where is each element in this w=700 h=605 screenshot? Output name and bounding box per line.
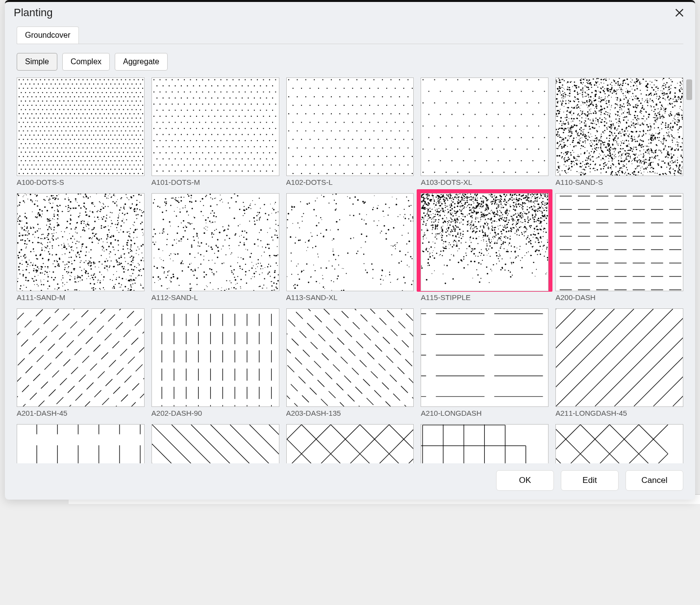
svg-point-4260	[275, 212, 276, 213]
svg-point-418	[40, 139, 41, 140]
svg-point-1185	[403, 173, 404, 174]
ok-button[interactable]: OK	[496, 470, 554, 491]
svg-point-3910	[108, 206, 109, 207]
pattern-swatch[interactable]	[555, 424, 683, 463]
pattern-swatch[interactable]	[17, 424, 145, 463]
svg-point-2488	[672, 135, 673, 137]
close-icon[interactable]	[673, 6, 686, 20]
subtab-simple[interactable]: Simple	[17, 53, 57, 71]
svg-point-3540	[33, 227, 34, 228]
pattern-cell[interactable]: A201-DASH-45	[17, 308, 145, 417]
svg-point-4394	[215, 245, 217, 246]
svg-point-1090	[360, 122, 361, 123]
svg-line-8771	[401, 386, 408, 393]
pattern-cell[interactable]: A210-LONGDASH	[421, 308, 549, 417]
svg-point-444	[25, 143, 26, 144]
scrollbar[interactable]	[686, 79, 692, 432]
pattern-cell[interactable]: A212-LONGDASH-90	[17, 424, 145, 463]
pattern-swatch[interactable]	[151, 424, 279, 463]
svg-point-1621	[579, 115, 580, 116]
svg-point-3801	[107, 234, 108, 235]
pattern-swatch[interactable]	[555, 193, 683, 292]
pattern-swatch[interactable]	[151, 77, 279, 176]
svg-point-5486	[532, 217, 534, 219]
svg-point-4379	[270, 227, 271, 228]
svg-point-3270	[24, 229, 25, 230]
pattern-cell[interactable]: A213-LONGDASH-135	[151, 424, 279, 463]
svg-line-7154	[131, 338, 138, 345]
svg-point-1694	[590, 120, 591, 121]
subtab-aggregate[interactable]: Aggregate	[115, 53, 168, 71]
pattern-cell[interactable]: A203-DASH-135	[286, 308, 414, 417]
cancel-button[interactable]: Cancel	[625, 470, 683, 491]
pattern-cell[interactable]: A113-SAND-XL	[286, 193, 414, 302]
pattern-cell[interactable]: A202-DASH-90	[151, 308, 279, 417]
svg-point-1157	[288, 164, 289, 165]
svg-point-2742	[606, 100, 607, 101]
pattern-cell[interactable]: A221-HBDASH-45	[421, 424, 549, 463]
pattern-swatch[interactable]	[151, 308, 279, 407]
pattern-swatch[interactable]	[17, 308, 145, 407]
pattern-swatch[interactable]	[555, 77, 683, 176]
pattern-cell[interactable]: A220-HBDASH	[286, 424, 414, 463]
scrollbar-thumb[interactable]	[686, 79, 692, 100]
svg-point-1658	[661, 161, 662, 162]
pattern-cell[interactable]: A101-DOTS-M	[151, 77, 279, 186]
tab-groundcover[interactable]: Groundcover	[17, 26, 79, 44]
svg-line-7126	[135, 319, 142, 326]
pattern-swatch[interactable]	[151, 193, 279, 292]
svg-point-470	[136, 143, 137, 144]
pattern-swatch[interactable]	[286, 77, 414, 176]
svg-point-4966	[449, 244, 449, 245]
pattern-swatch[interactable]	[421, 77, 549, 176]
svg-line-9745	[423, 425, 443, 435]
svg-point-4714	[460, 205, 461, 205]
svg-point-2747	[622, 172, 623, 173]
pattern-cell[interactable]: A103-DOTS-XL	[421, 77, 549, 186]
svg-point-5082	[496, 213, 497, 215]
svg-point-5494	[447, 195, 448, 196]
pattern-cell[interactable]: A111-SAND-M	[17, 193, 145, 302]
svg-point-5721	[475, 198, 476, 199]
svg-point-2601	[644, 168, 645, 170]
svg-point-5470	[465, 216, 466, 217]
pattern-cell[interactable]: A100-DOTS-S	[17, 77, 145, 186]
svg-point-5408	[435, 224, 436, 225]
pattern-swatch[interactable]	[17, 77, 145, 176]
svg-point-3195	[69, 279, 71, 280]
pattern-swatch[interactable]	[421, 424, 549, 463]
pattern-cell[interactable]: A102-DOTS-L	[286, 77, 414, 186]
pattern-cell[interactable]: A200-DASH	[555, 193, 683, 302]
pattern-cell[interactable]: A211-LONGDASH-45	[555, 308, 683, 417]
pattern-cell[interactable]: A112-SAND-L	[151, 193, 279, 302]
edit-button[interactable]: Edit	[561, 470, 619, 491]
svg-point-175	[136, 101, 137, 101]
svg-point-118	[19, 96, 20, 97]
svg-point-5753	[497, 208, 498, 209]
svg-point-3016	[559, 171, 559, 171]
subtab-complex[interactable]: Complex	[62, 53, 110, 71]
pattern-cell[interactable]: A115-STIPPLE	[421, 193, 549, 302]
svg-point-5393	[454, 203, 456, 204]
pattern-swatch[interactable]	[421, 193, 549, 292]
svg-line-8743	[382, 382, 389, 389]
svg-point-4184	[235, 201, 237, 202]
pattern-swatch[interactable]	[286, 308, 414, 407]
svg-point-64	[40, 88, 41, 89]
svg-point-4257	[220, 200, 221, 201]
pattern-swatch[interactable]	[286, 193, 414, 292]
svg-point-5946	[444, 264, 445, 265]
pattern-swatch[interactable]	[286, 424, 414, 463]
svg-point-2293	[633, 149, 634, 150]
svg-point-5934	[495, 231, 496, 233]
svg-point-5982	[520, 246, 521, 247]
pattern-cell[interactable]: A110-SAND-S	[555, 77, 683, 186]
svg-point-4383	[205, 274, 207, 276]
svg-point-3658	[126, 242, 128, 243]
pattern-swatch[interactable]	[555, 308, 683, 407]
pattern-swatch[interactable]	[421, 308, 549, 407]
svg-point-4766	[511, 251, 512, 252]
pattern-cell[interactable]: A222-HBDASH-90	[555, 424, 683, 463]
svg-point-4404	[167, 275, 168, 276]
pattern-swatch[interactable]	[17, 193, 145, 292]
